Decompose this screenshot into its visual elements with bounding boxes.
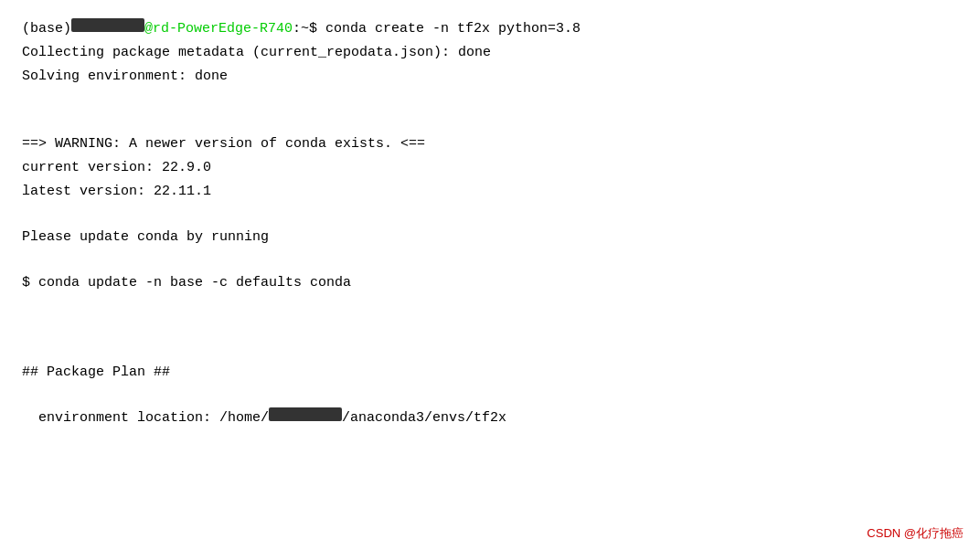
current-version-text: current version: 22.9.0 [22, 160, 211, 175]
terminal-window: (base) @rd-PowerEdge-R740:~$ conda creat… [0, 0, 980, 560]
latest-version-text: latest version: 22.11.1 [22, 184, 211, 199]
empty-line-8 [22, 386, 958, 407]
empty-line-3 [22, 205, 958, 227]
current-version-line: current version: 22.9.0 [22, 157, 958, 179]
package-plan-line: ## Package Plan ## [22, 362, 958, 384]
conda-update-line: $ conda update -n base -c defaults conda [22, 272, 958, 294]
empty-line-1 [22, 90, 958, 111]
env-location-redacted [269, 407, 342, 421]
prompt-path: :~$ [293, 18, 317, 40]
watermark-prefix: CSDN @ [867, 526, 916, 540]
please-update-text: Please update conda by running [22, 229, 269, 245]
output-line-1: Collecting package metadata (current_rep… [22, 42, 958, 64]
env-location-suffix: /anaconda3/envs/tf2x [342, 407, 506, 429]
empty-line-6 [22, 318, 958, 340]
conda-update-text: $ conda update -n base -c defaults conda [22, 275, 351, 291]
output-text-2: Solving environment: done [22, 69, 228, 84]
empty-line-4 [22, 250, 958, 272]
command-line: (base) @rd-PowerEdge-R740:~$ conda creat… [22, 18, 958, 40]
prompt-user-redacted [71, 18, 144, 32]
command-text: conda create -n tf2x python=3.8 [317, 18, 581, 40]
empty-line-7 [22, 340, 958, 362]
prompt-base: (base) [22, 18, 71, 40]
empty-line-5 [22, 296, 958, 318]
prompt-host: @rd-PowerEdge-R740 [144, 18, 293, 40]
warning-line: ==> WARNING: A newer version of conda ex… [22, 133, 958, 155]
output-line-2: Solving environment: done [22, 66, 958, 88]
empty-line-2 [22, 111, 958, 133]
watermark: CSDN @化疗拖癌 [867, 524, 964, 544]
latest-version-line: latest version: 22.11.1 [22, 181, 958, 203]
package-plan-text: ## Package Plan ## [22, 365, 170, 380]
please-update-line: Please update conda by running [22, 227, 958, 248]
env-location-prefix: environment location: /home/ [22, 407, 269, 429]
env-location-line: environment location: /home/ /anaconda3/… [22, 407, 958, 429]
watermark-highlight: 化疗拖癌 [916, 526, 964, 540]
warning-text: ==> WARNING: A newer version of conda ex… [22, 136, 425, 152]
output-text-1: Collecting package metadata (current_rep… [22, 45, 491, 60]
